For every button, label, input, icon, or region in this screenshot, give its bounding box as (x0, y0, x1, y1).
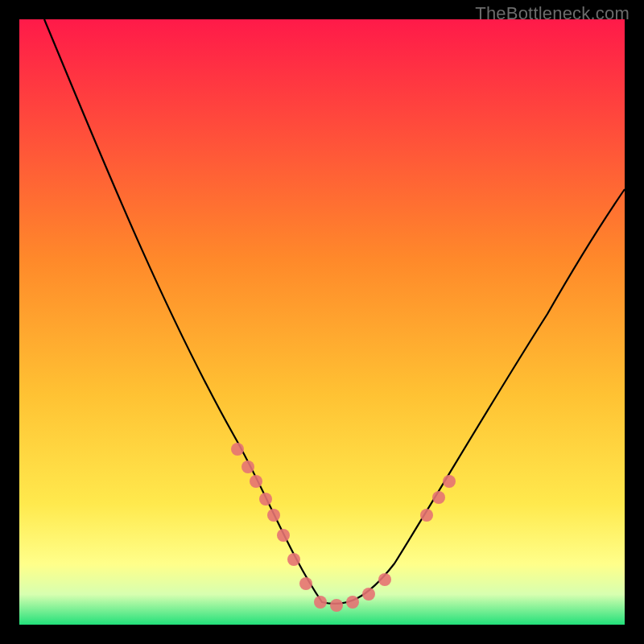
gradient-background (19, 19, 625, 625)
chart-svg (0, 0, 644, 644)
marker-dot (287, 553, 300, 566)
marker-dot (242, 460, 254, 473)
marker-dot (299, 577, 312, 590)
marker-dot (267, 509, 280, 522)
marker-dot (378, 573, 391, 586)
marker-dot (277, 529, 290, 542)
chart-stage: TheBottleneck.com (0, 0, 644, 644)
marker-dot (330, 599, 343, 612)
marker-dot (443, 475, 456, 488)
marker-dot (362, 588, 375, 601)
marker-dot (420, 509, 433, 522)
marker-dot (231, 443, 244, 456)
marker-dot (432, 491, 445, 504)
marker-dot (314, 596, 327, 609)
plot-area (19, 19, 625, 625)
marker-dot (250, 475, 262, 488)
marker-dot (346, 596, 359, 609)
watermark-text: TheBottleneck.com (475, 3, 630, 24)
marker-dot (259, 493, 272, 506)
